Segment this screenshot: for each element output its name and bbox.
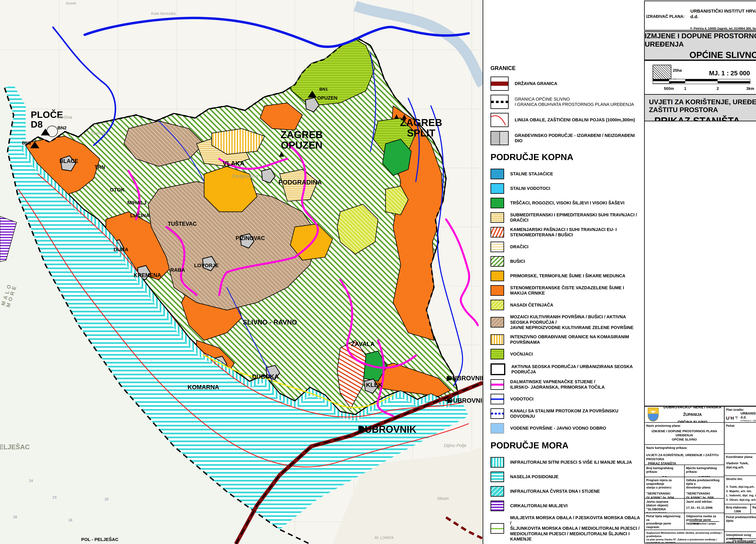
county-cell: DUBROVAČKO- NERETVANSKA ŽUPANIJA OPĆINA …	[645, 407, 724, 423]
watercourse-area-swatch	[490, 183, 504, 194]
drainage-canal-swatch	[490, 408, 504, 419]
broj-mjerilo-row: Broj kartografskog prikaza:3.3 Mjerilo k…	[645, 465, 724, 477]
istovjetnost-row: Istovjetnost ovog prostornog plana s izv…	[725, 532, 756, 543]
suglasnost-cell: Suglasnost Ministarstva zaštite okoliša,…	[645, 530, 724, 543]
legend-item-drzavna-granica: DRŽAVNA GRANICA	[490, 77, 640, 91]
plan-sheet: PLOČE D8 BN2 BN3 BN1 OPUZEN BLACE TRN OT…	[0, 0, 756, 544]
scale-box: 25ha 1ha MJ. 1 : 25 000 500m 1 2 3km S	[644, 60, 756, 95]
izradivac-name: URBANISTIČKI INSTITUT HRVATSKE d.d. F. P…	[690, 2, 756, 31]
rural-area-swatch	[490, 363, 505, 375]
coat-of-arms-small	[648, 408, 659, 422]
uih-logo-small: U’H	[726, 416, 738, 420]
water-surface-swatch	[490, 423, 504, 434]
posidonia-swatch	[490, 472, 504, 482]
arable-land-swatch	[490, 334, 504, 345]
plan-title-line1: IZMJENE I DOPUNE PROSTORNOG PLANA UREĐEN…	[645, 32, 756, 48]
watercourse-line-swatch	[490, 394, 504, 404]
map-panel: PLOČE D8 BN2 BN3 BN1 OPUZEN BLACE TRN OT…	[0, 0, 483, 544]
section-title-line1: UVJETI ZA KORIŠTENJE, UREĐENJE I ZAŠTITU…	[649, 98, 756, 114]
info-table: DUBROVAČKO- NERETVANSKA ŽUPANIJA OPĆINA …	[644, 406, 756, 543]
legend-panel: GRANICE DRŽAVNA GRANICA GRANICA OPĆINE S…	[483, 0, 644, 544]
legend-item-linija-obale: LINIJA OBALE, ZAŠTIĆENI OBALNI POJAS (10…	[490, 113, 640, 127]
pecat-direktor-row: Pečat: Direktor: mr.sc.Ninoslav Dusper, …	[725, 423, 756, 454]
scale-bar-ticks: 500m 1 2 3km	[653, 86, 750, 91]
croatia-map-icon	[735, 416, 738, 420]
map-canvas	[0, 0, 483, 544]
izradivac-label: IZRAĐIVAČ PLANA:	[646, 14, 690, 19]
pecat-predsjednik-row: Pečat predstavničkog tijela: Predsjednik…	[725, 514, 756, 532]
holm-oak-forest-swatch	[490, 285, 504, 296]
plan-izradio-cell: Plan izradio: U’H URBANISTIČKI INSTITUT …	[725, 407, 756, 423]
empty-notes-box	[644, 121, 756, 406]
koordinator-voditelj-row: Koordinator plana:Vladimir Tutek, dipl.i…	[725, 454, 756, 476]
pubescent-oak-forest-swatch	[490, 270, 504, 281]
circalittoral-mud-swatch	[490, 501, 504, 511]
pecat-odgovorna-row: Pečat tijela odgovornog za provođenje ja…	[645, 513, 724, 530]
limestone-cliffs-swatch	[490, 379, 504, 390]
legend-item-granica-opcine: GRANICA OPĆINE SLIVNO I GRANICA OBUHVATA…	[490, 95, 640, 109]
plan-header-box: IZRAĐIVAČ PLANA: URBANISTIČKI INSTITUT H…	[644, 1, 756, 31]
infralittoral-rock-swatch	[490, 486, 504, 497]
section-title-box: UVJETI ZA KORIŠTENJE, UREĐENJE I ZAŠTITU…	[644, 94, 756, 121]
cultivated-mosaic-swatch	[490, 317, 504, 328]
orchards-swatch	[490, 349, 504, 360]
signature-line: ime,prezime i potpis	[689, 521, 719, 525]
thorn-scrub-swatch	[490, 241, 504, 252]
ponds-swatch	[490, 169, 504, 179]
title-panel: IZRAĐIVAČ PLANA: URBANISTIČKI INSTITUT H…	[644, 0, 756, 544]
muddy-shore-swatch	[490, 523, 504, 534]
state-border-swatch	[490, 77, 509, 91]
plan-title-line2: OPĆINE SLIVNO	[689, 50, 756, 60]
naziv-kartografskog-cell: Naziv kartografskog prikaza: UVJETI ZA K…	[645, 445, 724, 465]
legend-section-granice: GRANICE	[490, 65, 640, 71]
program-odluka-row: Program mjera za unapređenje stanja u pr…	[645, 477, 724, 499]
area-25ha-label: 25ha	[673, 68, 682, 73]
legend-section-mora: PODRUČJE MORA	[490, 440, 640, 450]
tim-column-1: V. Tutek, dipl.ing.arh. V. Majetić, arh.…	[726, 485, 756, 502]
reedbeds-swatch	[490, 198, 504, 208]
izradivac-address: F. Petrića 4, 10000 Zagreb, tel. 01/4804…	[690, 27, 756, 30]
map-scale-text: MJ. 1 : 25 000	[709, 70, 750, 77]
javna-uvid-row: Javna rasprava (datum objave):"SLOBODNA …	[645, 499, 724, 513]
scale-bar	[653, 79, 750, 84]
conifer-plantation-swatch	[490, 300, 504, 310]
dry-grassland-swatch	[490, 212, 504, 223]
legend-item-gradevinsko: GRAĐEVINSKO PODRUČJE - IZGRAĐENI / NEIZG…	[490, 131, 640, 145]
strucni-tim-cell: Stručni tim: V. Tutek, dipl.ing.arh. V. …	[725, 476, 756, 504]
elaborat-row: Broj elaborata:1306 Radni nalog:9872 God…	[725, 504, 756, 514]
municipal-boundary-swatch	[490, 95, 509, 109]
rocky-pasture-swatch	[490, 227, 504, 237]
naziv-plana-cell: Naziv prostornog plana: IZMJENE I DOPUNE…	[645, 423, 724, 445]
legend-section-kopno: PODRUČJE KOPNA	[490, 152, 640, 162]
building-area-swatch	[490, 131, 509, 145]
infralittoral-sand-swatch	[490, 457, 504, 468]
coastline-arc-swatch	[490, 113, 509, 127]
garrigue-swatch	[490, 256, 504, 267]
main-title-box: IZMJENE I DOPUNE PROSTORNOG PLANA UREĐEN…	[644, 31, 756, 60]
